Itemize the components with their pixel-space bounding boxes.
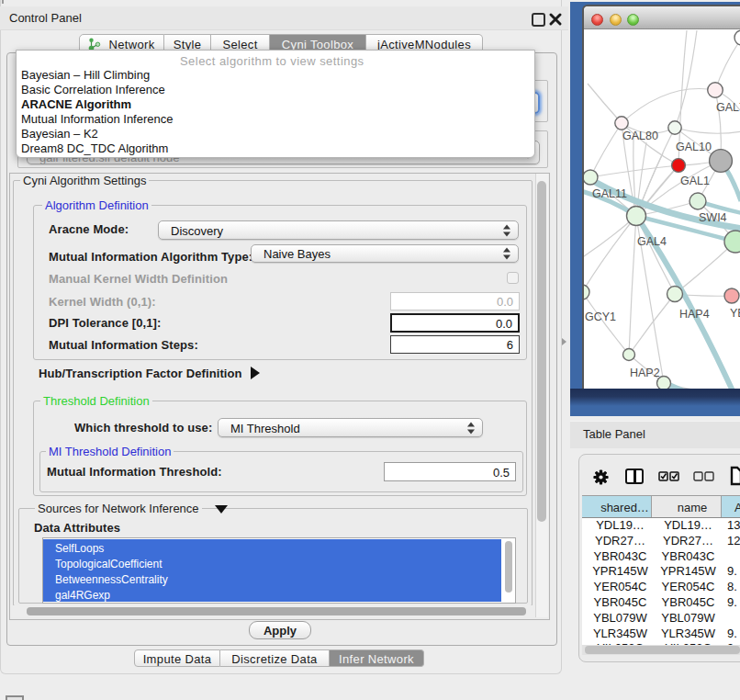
svg-text:GAL80: GAL80 xyxy=(622,130,658,142)
svg-text:GAL4: GAL4 xyxy=(637,235,667,248)
svg-text:GAL11: GAL11 xyxy=(592,187,627,200)
svg-text:HAP2: HAP2 xyxy=(630,367,660,379)
svg-text:GAL10: GAL10 xyxy=(676,141,712,153)
svg-text:GCY1: GCY1 xyxy=(585,310,616,323)
svg-text:YE: YE xyxy=(730,307,740,320)
svg-text:GAL7: GAL7 xyxy=(716,101,740,114)
svg-text:HAP4: HAP4 xyxy=(679,308,710,321)
svg-text:GAL1: GAL1 xyxy=(680,175,710,187)
svg-text:SWI4: SWI4 xyxy=(699,211,727,224)
